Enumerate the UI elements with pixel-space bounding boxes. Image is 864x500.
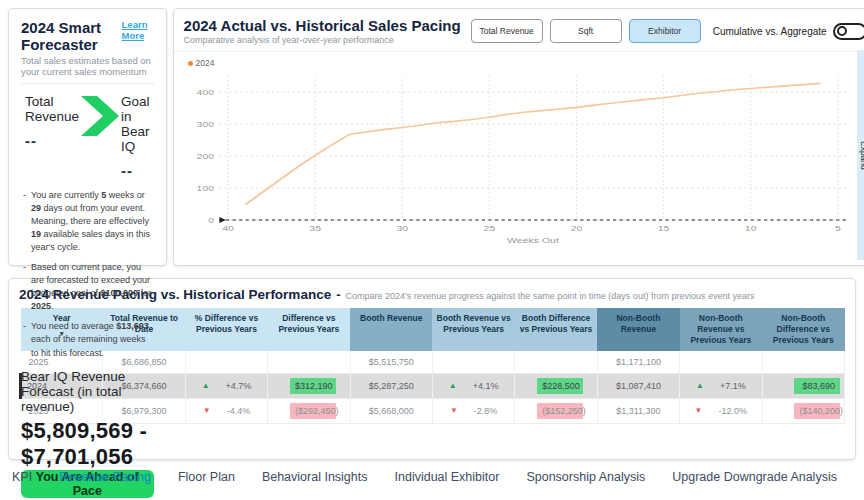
positive-diff-bar: $228,500 bbox=[537, 378, 583, 394]
forecast-range-value: $5,809,569 - $7,701,056 bbox=[21, 418, 154, 470]
svg-text:400: 400 bbox=[196, 88, 214, 97]
tab-kpi[interactable]: KPI bbox=[12, 470, 32, 484]
value-cell: $5,515,750 bbox=[350, 351, 432, 373]
svg-text:10: 10 bbox=[744, 224, 756, 233]
chart-body: 2024 4035302520151050100200300400Weeks O… bbox=[174, 52, 864, 265]
svg-text:35: 35 bbox=[309, 224, 321, 233]
value-cell bbox=[515, 351, 597, 373]
cumulative-toggle-label: Cumulative vs. Aggregate bbox=[713, 26, 827, 37]
forecast-bullets: You are currently 5 weeks or 29 days out… bbox=[21, 189, 154, 367]
goal-label: Goal in Bear IQ bbox=[121, 94, 150, 154]
column-header-non-booth-difference-vs-previous-years: Non-Booth Difference vs Previous Years bbox=[762, 308, 844, 351]
svg-text:25: 25 bbox=[483, 224, 495, 233]
top-row: 2024 Smart Forecaster Learn More Total s… bbox=[8, 8, 856, 266]
dashboard: 2024 Smart Forecaster Learn More Total s… bbox=[0, 0, 864, 492]
sales-pacing-panel: 2024 Actual vs. Historical Sales Pacing … bbox=[173, 8, 864, 266]
value-cell: $1,311,300 bbox=[597, 398, 679, 423]
learn-more-link[interactable]: Learn More bbox=[122, 19, 154, 41]
value-cell: $1,171,100 bbox=[597, 351, 679, 373]
difference-bar-cell: ($292,450) bbox=[268, 398, 350, 423]
value-cell: $5,287,250 bbox=[350, 373, 432, 398]
difference-bar-cell: $312,190 bbox=[268, 373, 350, 398]
positive-diff-bar: $312,190 bbox=[290, 378, 336, 394]
svg-text:15: 15 bbox=[657, 224, 669, 233]
table-title-separator: - bbox=[336, 287, 340, 302]
table-subtitle: Compare 2024's revenue progress against … bbox=[346, 291, 755, 301]
column-header-non-booth-revenue-vs-previous-years: Non-Booth Revenue vs Previous Years bbox=[680, 308, 762, 351]
cumulative-aggregate-toggle[interactable] bbox=[833, 23, 864, 40]
svg-text:300: 300 bbox=[196, 120, 214, 129]
toggle-knob bbox=[837, 26, 847, 36]
difference-bar-cell: $228,500 bbox=[515, 373, 597, 398]
column-header-difference-vs-previous-years: % Difference vs Previous Years bbox=[185, 308, 267, 351]
chart-header: 2024 Actual vs. Historical Sales Pacing … bbox=[174, 9, 864, 52]
column-header-booth-revenue-vs-previous-years: Booth Revenue vs Previous Years bbox=[432, 308, 514, 351]
column-header-booth-difference-vs-previous-years: Booth Difference vs Previous Years bbox=[515, 308, 597, 351]
svg-text:0: 0 bbox=[208, 216, 214, 225]
svg-text:30: 30 bbox=[396, 224, 408, 233]
tab-floor-plan[interactable]: Floor Plan bbox=[178, 470, 235, 484]
trend-up-icon: ▲ bbox=[696, 381, 704, 390]
tab-individual-exhibitor[interactable]: Individual Exhibitor bbox=[395, 470, 500, 484]
chart-mode-buttons: Total RevenueSqftExhibitor bbox=[471, 19, 701, 43]
trend-down-icon: ▼ bbox=[695, 406, 703, 415]
value-cell: $1,087,410 bbox=[597, 373, 679, 398]
trend-up-icon: ▲ bbox=[449, 381, 457, 390]
trend-up-icon: ▲ bbox=[202, 381, 210, 390]
value-cell bbox=[762, 351, 844, 373]
chart-mode-button-sqft[interactable]: Sqft bbox=[550, 19, 622, 43]
expand-label: Expand bbox=[859, 141, 864, 170]
trend-cell: ▲+4.7% bbox=[185, 373, 267, 398]
tab-upgrade-downgrade-analysis[interactable]: Upgrade Downgrade Analysis bbox=[672, 470, 837, 484]
column-header-non-booth-revenue: Non-Booth Revenue bbox=[597, 308, 679, 351]
trend-cell: ▲+7.1% bbox=[680, 373, 762, 398]
value-cell bbox=[432, 351, 514, 373]
negative-diff-bar: ($152,250) bbox=[537, 403, 583, 419]
chart-mode-button-exhibitor[interactable]: Exhibitor bbox=[629, 19, 701, 43]
negative-diff-bar: ($140,200) bbox=[794, 403, 840, 419]
trend-down-icon: ▼ bbox=[203, 406, 211, 415]
svg-text:200: 200 bbox=[196, 152, 214, 161]
report-tab-bar: KPIRevenue PacingFloor PlanBehavioral In… bbox=[8, 470, 856, 484]
column-header-difference-vs-previous-years: Difference vs Previous Years bbox=[268, 308, 350, 351]
svg-text:20: 20 bbox=[570, 224, 582, 233]
goal-comparison: Total Revenue -- Goal in Bear IQ -- bbox=[21, 84, 154, 183]
svg-text:5: 5 bbox=[834, 224, 840, 233]
positive-diff-bar: $83,690 bbox=[794, 378, 840, 394]
chart-legend: 2024 bbox=[180, 56, 857, 68]
tab-revenue-pacing[interactable]: Revenue Pacing bbox=[59, 470, 151, 484]
forecast-bullet: You are currently 5 weeks or 29 days out… bbox=[21, 189, 154, 254]
value-cell bbox=[680, 351, 762, 373]
chart-mode-button-total-revenue[interactable]: Total Revenue bbox=[471, 19, 543, 43]
trend-cell: ▼-4.4% bbox=[185, 398, 267, 423]
total-revenue-label: Total Revenue bbox=[25, 94, 79, 124]
smart-forecaster-panel: 2024 Smart Forecaster Learn More Total s… bbox=[8, 8, 167, 266]
column-header-booth-revenue: Booth Revenue bbox=[350, 308, 432, 351]
pacing-line-chart: 4035302520151050100200300400Weeks Out bbox=[180, 68, 857, 246]
trend-cell: ▼-12.0% bbox=[680, 398, 762, 423]
difference-bar-cell: $83,690 bbox=[762, 373, 844, 398]
legend-2024-dot bbox=[188, 61, 193, 66]
chart-subtitle: Comparative analysis of year-over-year p… bbox=[184, 35, 461, 45]
trend-cell: ▲+4.1% bbox=[432, 373, 514, 398]
negative-diff-bar: ($292,450) bbox=[290, 403, 336, 419]
value-cell: $5,668,000 bbox=[350, 398, 432, 423]
svg-text:40: 40 bbox=[222, 224, 234, 233]
forecast-bullet: You need to average $13,693 each of the … bbox=[21, 320, 154, 359]
forecaster-subtitle: Total sales estimates based on your curr… bbox=[21, 55, 154, 84]
legend-2024-label: 2024 bbox=[196, 58, 215, 68]
value-cell bbox=[185, 351, 267, 373]
goal-value: -- bbox=[121, 162, 150, 179]
total-revenue-value: -- bbox=[25, 132, 79, 149]
difference-bar-cell: ($140,200) bbox=[762, 398, 844, 423]
value-cell bbox=[268, 351, 350, 373]
difference-bar-cell: ($152,250) bbox=[515, 398, 597, 423]
trend-cell: ▼-2.8% bbox=[432, 398, 514, 423]
svg-text:100: 100 bbox=[196, 184, 214, 193]
tab-behavioral-insights[interactable]: Behavioral Insights bbox=[262, 470, 368, 484]
tab-sponsorship-analysis[interactable]: Sponsorship Analysis bbox=[526, 470, 645, 484]
svg-text:Weeks Out: Weeks Out bbox=[507, 236, 559, 245]
trend-down-icon: ▼ bbox=[450, 406, 458, 415]
chevron-right-icon bbox=[79, 96, 121, 140]
expand-panel-button[interactable]: Expand bbox=[857, 50, 864, 260]
